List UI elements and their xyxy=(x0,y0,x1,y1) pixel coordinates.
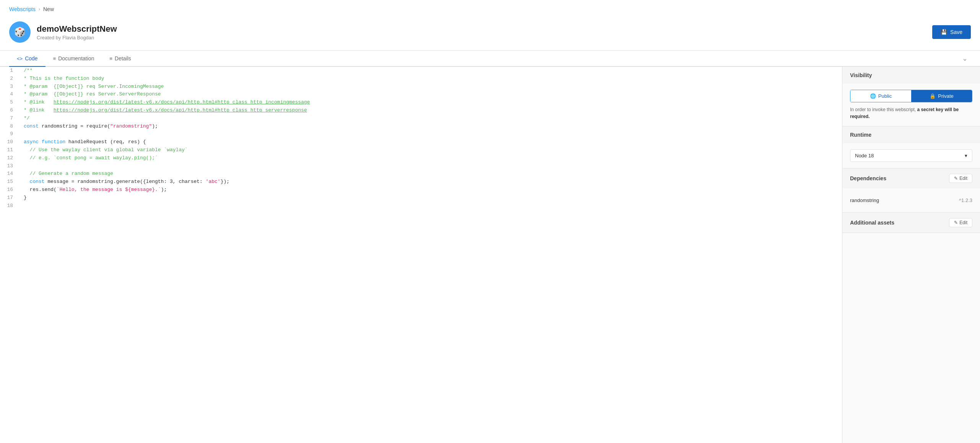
line-code-9 xyxy=(19,130,842,138)
main-layout: 1 /** 2 * This is the function body 3 * … xyxy=(0,67,980,443)
line-code-11: // Use the waylay client via global vari… xyxy=(19,146,842,154)
sidebar: Visibility 🌐 Public 🔒 Private In order t… xyxy=(842,67,980,443)
avatar: 🎲 xyxy=(9,21,31,43)
runtime-section-content: Node 18 ▾ xyxy=(842,143,980,168)
code-table: 1 /** 2 * This is the function body 3 * … xyxy=(0,67,842,210)
private-label: Private xyxy=(938,93,953,99)
page-subtitle: Created by Flavia Bogdan xyxy=(37,35,117,40)
additional-assets-edit-button[interactable]: ✎ Edit xyxy=(949,218,972,227)
details-tab-label: Details xyxy=(115,55,131,61)
chevron-down-icon: ▾ xyxy=(965,153,967,158)
line-code-5: * @link https://nodejs.org/dist/latest-v… xyxy=(19,99,842,107)
dependencies-section-header: Dependencies ✎ Edit xyxy=(842,168,980,188)
line-num-15: 15 xyxy=(0,178,19,186)
documentation-tab-icon: ≡ xyxy=(53,56,56,61)
line-code-6: * @link https://nodejs.org/dist/latest-v… xyxy=(19,107,842,115)
code-tab-icon: <> xyxy=(17,56,23,61)
line-num-17: 17 xyxy=(0,194,19,202)
line-code-2: * This is the function body xyxy=(19,75,842,83)
line-code-13 xyxy=(19,162,842,170)
tab-documentation[interactable]: ≡ Documentation xyxy=(45,51,102,67)
line-code-14: // Generate a random message xyxy=(19,170,842,178)
breadcrumb: Webscripts › New xyxy=(0,0,980,18)
code-line-15: 15 const message = randomstring.generate… xyxy=(0,178,842,186)
line-num-2: 2 xyxy=(0,75,19,83)
line-num-11: 11 xyxy=(0,146,19,154)
line-code-12: // e.g. `const pong = await waylay.ping(… xyxy=(19,154,842,162)
save-button[interactable]: 💾 Save xyxy=(932,25,971,39)
line-num-8: 8 xyxy=(0,123,19,131)
dep-header: Dependencies ✎ Edit xyxy=(850,174,972,183)
code-line-7: 7 */ xyxy=(0,115,842,123)
breadcrumb-webscripts-link[interactable]: Webscripts xyxy=(9,6,36,12)
public-visibility-button[interactable]: 🌐 Public xyxy=(850,90,911,102)
line-num-3: 3 xyxy=(0,83,19,91)
code-line-17: 17 } xyxy=(0,194,842,202)
dependencies-section-content: randomstring ^1.2.3 xyxy=(842,188,980,212)
code-editor[interactable]: 1 /** 2 * This is the function body 3 * … xyxy=(0,67,842,443)
code-line-11: 11 // Use the waylay client via global v… xyxy=(0,146,842,154)
breadcrumb-current: New xyxy=(43,6,54,12)
runtime-section-header: Runtime xyxy=(842,126,980,143)
dependency-item-randomstring: randomstring ^1.2.3 xyxy=(850,194,972,206)
line-num-9: 9 xyxy=(0,130,19,138)
line-num-5: 5 xyxy=(0,99,19,107)
visibility-section: Visibility 🌐 Public 🔒 Private In order t… xyxy=(842,67,980,126)
line-code-17: } xyxy=(19,194,842,202)
runtime-selected: Node 18 xyxy=(855,153,874,158)
assets-edit-label: Edit xyxy=(959,220,967,225)
code-line-3: 3 * @param {[Object]} req Server.Incomin… xyxy=(0,83,842,91)
header-left: 🎲 demoWebscriptNew Created by Flavia Bog… xyxy=(9,21,117,43)
line-code-4: * @param {[Object]} res Server.ServerRes… xyxy=(19,91,842,99)
globe-icon: 🌐 xyxy=(870,93,876,99)
dependencies-label: Dependencies xyxy=(850,175,886,181)
line-num-6: 6 xyxy=(0,107,19,115)
runtime-dropdown[interactable]: Node 18 ▾ xyxy=(850,149,972,162)
visibility-info: In order to invoke this webscript, a sec… xyxy=(850,106,972,120)
details-tab-icon: ≡ xyxy=(109,56,112,61)
pencil-icon: ✎ xyxy=(954,176,958,181)
tabs-collapse-button[interactable]: ⌄ xyxy=(959,51,971,66)
code-line-6: 6 * @link https://nodejs.org/dist/latest… xyxy=(0,107,842,115)
dependencies-edit-button[interactable]: ✎ Edit xyxy=(949,174,972,183)
code-tab-label: Code xyxy=(25,55,37,61)
line-code-7: */ xyxy=(19,115,842,123)
public-label: Public xyxy=(878,93,892,99)
header-info: demoWebscriptNew Created by Flavia Bogda… xyxy=(37,24,117,40)
tab-details[interactable]: ≡ Details xyxy=(102,51,138,67)
dep-version: ^1.2.3 xyxy=(959,197,972,203)
additional-assets-section-header: Additional assets ✎ Edit xyxy=(842,213,980,233)
avatar-icon: 🎲 xyxy=(14,27,26,37)
documentation-tab-label: Documentation xyxy=(58,55,94,61)
save-icon: 💾 xyxy=(941,29,947,35)
line-num-10: 10 xyxy=(0,138,19,146)
page-header: 🎲 demoWebscriptNew Created by Flavia Bog… xyxy=(0,18,980,51)
code-line-13: 13 xyxy=(0,162,842,170)
private-visibility-button[interactable]: 🔒 Private xyxy=(911,90,972,102)
line-num-16: 16 xyxy=(0,186,19,194)
pencil-icon-assets: ✎ xyxy=(954,220,958,225)
page-title: demoWebscriptNew xyxy=(37,24,117,34)
tab-code[interactable]: <> Code xyxy=(9,51,45,67)
assets-header: Additional assets ✎ Edit xyxy=(850,218,972,227)
edit-label: Edit xyxy=(959,176,967,181)
tabs-bar: <> Code ≡ Documentation ≡ Details ⌄ xyxy=(0,51,980,67)
line-code-16: res.send(`Hello, the message is ${messag… xyxy=(19,186,842,194)
save-label: Save xyxy=(950,29,962,35)
dep-name: randomstring xyxy=(850,197,879,203)
lock-icon: 🔒 xyxy=(930,93,936,99)
visibility-toggle: 🌐 Public 🔒 Private xyxy=(850,90,972,102)
code-line-10: 10 async function handleRequest (req, re… xyxy=(0,138,842,146)
dependencies-section: Dependencies ✎ Edit randomstring ^1.2.3 xyxy=(842,168,980,213)
line-code-8: const randomstring = require("randomstri… xyxy=(19,123,842,131)
code-line-4: 4 * @param {[Object]} res Server.ServerR… xyxy=(0,91,842,99)
breadcrumb-separator: › xyxy=(39,6,40,12)
line-num-13: 13 xyxy=(0,162,19,170)
additional-assets-section: Additional assets ✎ Edit xyxy=(842,213,980,233)
line-num-1: 1 xyxy=(0,67,19,75)
code-line-9: 9 xyxy=(0,130,842,138)
line-num-4: 4 xyxy=(0,91,19,99)
line-code-3: * @param {[Object]} req Server.IncomingM… xyxy=(19,83,842,91)
visibility-section-content: 🌐 Public 🔒 Private In order to invoke th… xyxy=(842,84,980,126)
line-code-15: const message = randomstring.generate({l… xyxy=(19,178,842,186)
